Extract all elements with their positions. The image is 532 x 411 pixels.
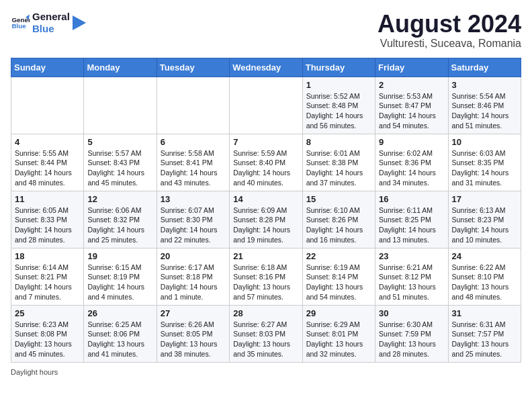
cell-info: Sunrise: 6:10 AM Sunset: 8:26 PM Dayligh… [306, 205, 371, 245]
day-number: 16 [379, 194, 444, 204]
calendar-cell: 25Sunrise: 6:23 AM Sunset: 8:08 PM Dayli… [11, 305, 84, 362]
calendar-cell: 4Sunrise: 5:55 AM Sunset: 8:44 PM Daylig… [11, 134, 84, 191]
calendar-header: SundayMondayTuesdayWednesdayThursdayFrid… [11, 58, 521, 77]
day-number: 8 [306, 137, 371, 147]
cell-info: Sunrise: 6:09 AM Sunset: 8:28 PM Dayligh… [233, 205, 298, 245]
cell-info: Sunrise: 6:23 AM Sunset: 8:08 PM Dayligh… [15, 320, 80, 359]
day-number: 25 [15, 308, 80, 318]
calendar-cell [11, 77, 84, 134]
day-number: 12 [87, 194, 152, 204]
calendar-cell: 23Sunrise: 6:21 AM Sunset: 8:12 PM Dayli… [375, 248, 448, 305]
calendar-cell: 12Sunrise: 6:06 AM Sunset: 8:32 PM Dayli… [84, 191, 157, 248]
cell-info: Sunrise: 6:31 AM Sunset: 7:57 PM Dayligh… [452, 320, 517, 359]
calendar-cell [84, 77, 157, 134]
day-number: 23 [379, 251, 444, 261]
day-of-week-header: Wednesday [230, 58, 302, 77]
cell-info: Sunrise: 5:55 AM Sunset: 8:44 PM Dayligh… [15, 148, 80, 188]
day-number: 5 [87, 137, 152, 147]
day-number: 18 [15, 251, 80, 261]
calendar-cell [230, 77, 302, 134]
cell-info: Sunrise: 6:21 AM Sunset: 8:12 PM Dayligh… [379, 263, 444, 302]
logo-icon: General Blue [11, 13, 30, 32]
cell-info: Sunrise: 6:29 AM Sunset: 8:01 PM Dayligh… [306, 320, 371, 359]
day-of-week-header: Tuesday [157, 58, 229, 77]
day-number: 13 [161, 194, 226, 204]
calendar-cell: 2Sunrise: 5:53 AM Sunset: 8:47 PM Daylig… [375, 77, 448, 134]
calendar-week-row: 18Sunrise: 6:14 AM Sunset: 8:21 PM Dayli… [11, 248, 521, 305]
day-of-week-header: Sunday [11, 58, 84, 77]
cell-info: Sunrise: 6:30 AM Sunset: 7:59 PM Dayligh… [379, 320, 444, 359]
cell-info: Sunrise: 5:58 AM Sunset: 8:41 PM Dayligh… [161, 148, 226, 188]
location-subtitle: Vulturesti, Suceava, Romania [378, 38, 521, 50]
page-header: General Blue General Blue August 2024 Vu… [11, 11, 521, 50]
cell-info: Sunrise: 6:06 AM Sunset: 8:32 PM Dayligh… [87, 205, 152, 245]
footer: Daylight hours [11, 368, 521, 376]
day-of-week-header: Friday [375, 58, 448, 77]
cell-info: Sunrise: 6:27 AM Sunset: 8:03 PM Dayligh… [233, 320, 298, 359]
calendar-cell: 11Sunrise: 6:05 AM Sunset: 8:33 PM Dayli… [11, 191, 84, 248]
calendar-cell: 21Sunrise: 6:18 AM Sunset: 8:16 PM Dayli… [230, 248, 302, 305]
logo-arrow-icon [73, 15, 86, 30]
calendar-cell: 27Sunrise: 6:26 AM Sunset: 8:05 PM Dayli… [157, 305, 229, 362]
day-of-week-header: Monday [84, 58, 157, 77]
day-number: 1 [306, 80, 371, 90]
cell-info: Sunrise: 6:26 AM Sunset: 8:05 PM Dayligh… [161, 320, 226, 359]
day-number: 11 [15, 194, 80, 204]
day-number: 2 [379, 80, 444, 90]
day-number: 7 [233, 137, 298, 147]
day-number: 30 [379, 308, 444, 318]
calendar-cell: 29Sunrise: 6:29 AM Sunset: 8:01 PM Dayli… [302, 305, 375, 362]
calendar-table: SundayMondayTuesdayWednesdayThursdayFrid… [11, 58, 521, 363]
month-year-title: August 2024 [378, 11, 521, 38]
day-number: 17 [452, 194, 517, 204]
day-number: 14 [233, 194, 298, 204]
cell-info: Sunrise: 6:03 AM Sunset: 8:35 PM Dayligh… [452, 148, 517, 188]
calendar-cell: 5Sunrise: 5:57 AM Sunset: 8:43 PM Daylig… [84, 134, 157, 191]
day-number: 27 [161, 308, 226, 318]
calendar-cell: 31Sunrise: 6:31 AM Sunset: 7:57 PM Dayli… [448, 305, 521, 362]
cell-info: Sunrise: 6:02 AM Sunset: 8:36 PM Dayligh… [379, 148, 444, 188]
calendar-cell: 3Sunrise: 5:54 AM Sunset: 8:46 PM Daylig… [448, 77, 521, 134]
day-of-week-header: Saturday [448, 58, 521, 77]
calendar-cell: 8Sunrise: 6:01 AM Sunset: 8:38 PM Daylig… [302, 134, 375, 191]
day-number: 4 [15, 137, 80, 147]
logo-general: General [32, 11, 70, 23]
day-number: 22 [306, 251, 371, 261]
calendar-cell: 1Sunrise: 5:52 AM Sunset: 8:48 PM Daylig… [302, 77, 375, 134]
calendar-cell: 20Sunrise: 6:17 AM Sunset: 8:18 PM Dayli… [157, 248, 229, 305]
day-number: 19 [87, 251, 152, 261]
day-number: 20 [161, 251, 226, 261]
day-number: 24 [452, 251, 517, 261]
cell-info: Sunrise: 6:01 AM Sunset: 8:38 PM Dayligh… [306, 148, 371, 188]
day-number: 9 [379, 137, 444, 147]
calendar-cell: 13Sunrise: 6:07 AM Sunset: 8:30 PM Dayli… [157, 191, 229, 248]
calendar-cell: 17Sunrise: 6:13 AM Sunset: 8:23 PM Dayli… [448, 191, 521, 248]
day-number: 29 [306, 308, 371, 318]
calendar-cell: 14Sunrise: 6:09 AM Sunset: 8:28 PM Dayli… [230, 191, 302, 248]
cell-info: Sunrise: 6:18 AM Sunset: 8:16 PM Dayligh… [233, 263, 298, 302]
cell-info: Sunrise: 6:19 AM Sunset: 8:14 PM Dayligh… [306, 263, 371, 302]
calendar-cell: 30Sunrise: 6:30 AM Sunset: 7:59 PM Dayli… [375, 305, 448, 362]
cell-info: Sunrise: 5:54 AM Sunset: 8:46 PM Dayligh… [452, 91, 517, 131]
cell-info: Sunrise: 5:53 AM Sunset: 8:47 PM Dayligh… [379, 91, 444, 131]
day-number: 31 [452, 308, 517, 318]
calendar-cell: 24Sunrise: 6:22 AM Sunset: 8:10 PM Dayli… [448, 248, 521, 305]
day-number: 28 [233, 308, 298, 318]
svg-marker-3 [73, 15, 86, 30]
cell-info: Sunrise: 5:59 AM Sunset: 8:40 PM Dayligh… [233, 148, 298, 188]
cell-info: Sunrise: 6:13 AM Sunset: 8:23 PM Dayligh… [452, 205, 517, 245]
day-number: 6 [161, 137, 226, 147]
cell-info: Sunrise: 6:05 AM Sunset: 8:33 PM Dayligh… [15, 205, 80, 245]
cell-info: Sunrise: 6:22 AM Sunset: 8:10 PM Dayligh… [452, 263, 517, 302]
calendar-week-row: 1Sunrise: 5:52 AM Sunset: 8:48 PM Daylig… [11, 77, 521, 134]
svg-text:Blue: Blue [11, 22, 26, 30]
calendar-cell: 9Sunrise: 6:02 AM Sunset: 8:36 PM Daylig… [375, 134, 448, 191]
calendar-week-row: 4Sunrise: 5:55 AM Sunset: 8:44 PM Daylig… [11, 134, 521, 191]
calendar-cell: 6Sunrise: 5:58 AM Sunset: 8:41 PM Daylig… [157, 134, 229, 191]
calendar-cell: 7Sunrise: 5:59 AM Sunset: 8:40 PM Daylig… [230, 134, 302, 191]
day-number: 21 [233, 251, 298, 261]
cell-info: Sunrise: 6:17 AM Sunset: 8:18 PM Dayligh… [161, 263, 226, 302]
calendar-cell: 18Sunrise: 6:14 AM Sunset: 8:21 PM Dayli… [11, 248, 84, 305]
cell-info: Sunrise: 5:52 AM Sunset: 8:48 PM Dayligh… [306, 91, 371, 131]
calendar-body: 1Sunrise: 5:52 AM Sunset: 8:48 PM Daylig… [11, 77, 521, 362]
